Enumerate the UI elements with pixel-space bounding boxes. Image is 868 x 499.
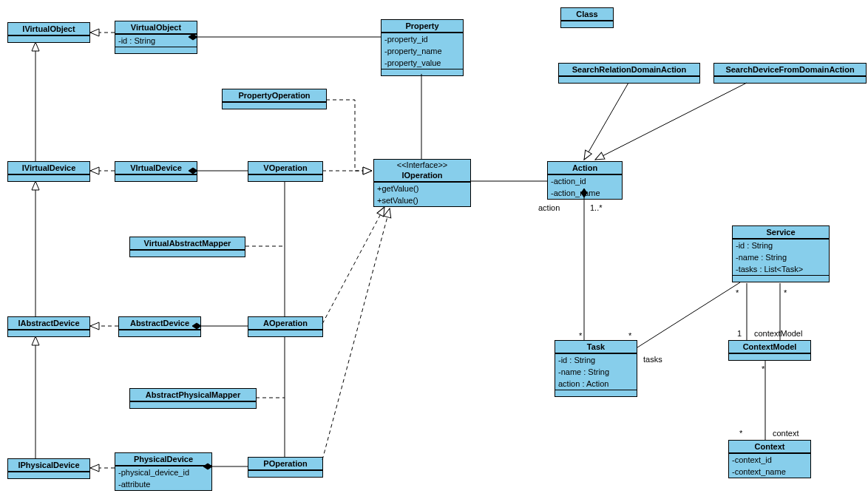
class-AbstractPhysicalMapper[interactable]: AbstractPhysicalMapper — [129, 388, 257, 409]
class-title: Class — [561, 8, 613, 21]
class-IOperation[interactable]: <<Interface>>IOperation+getValue()+setVa… — [373, 159, 471, 207]
class-attr: -context_name — [729, 466, 810, 478]
class-AOperation[interactable]: AOperation — [248, 316, 323, 337]
class-VirtualAbstractMapper[interactable]: VirtualAbstractMapper — [129, 237, 245, 257]
class-attr: -id : String — [115, 34, 197, 47]
class-title: AbstractDevice — [119, 317, 200, 330]
class-VIrtualDevice[interactable]: VIrtualDevice — [115, 161, 197, 182]
class-title: Action — [548, 162, 622, 174]
class-title: AOperation — [248, 317, 322, 330]
assoc-mult: * — [739, 429, 742, 438]
class-Class[interactable]: Class — [560, 7, 614, 28]
class-title: VOperation — [248, 162, 322, 174]
svg-line-20 — [584, 83, 628, 160]
class-title: AbstractPhysicalMapper — [130, 389, 256, 401]
class-title: IOperation — [374, 169, 470, 182]
class-Service[interactable]: Service-id : String-name : String-tasks … — [732, 225, 830, 282]
class-AbstractDevice[interactable]: AbstractDevice — [118, 316, 201, 337]
class-title: Context — [729, 441, 810, 453]
assoc-mult: 1..* — [590, 203, 603, 212]
class-title: Property — [382, 20, 463, 33]
class-IPhysicalDevice[interactable]: IPhysicalDevice — [7, 458, 90, 479]
class-Action[interactable]: Action-action_id-action_name — [547, 161, 623, 200]
class-title: IPhysicalDevice — [8, 459, 89, 472]
class-attr: -attribute — [115, 478, 211, 490]
assoc-label-contextModel: contextModel — [754, 329, 802, 338]
class-PropertyOperation[interactable]: PropertyOperation — [222, 89, 327, 109]
class-title: PhysicalDevice — [115, 453, 211, 466]
svg-line-21 — [595, 83, 747, 160]
class-title: IVirtualObject — [8, 23, 89, 35]
class-PhysicalDevice[interactable]: PhysicalDevice-physical_device_id-attrib… — [115, 452, 212, 491]
class-IVirtualObject[interactable]: IVirtualObject — [7, 22, 90, 43]
class-title: ContextModel — [729, 341, 810, 353]
class-title: IVirtualDevice — [8, 162, 89, 174]
svg-line-23 — [637, 282, 740, 347]
class-attr: -id : String — [733, 240, 829, 251]
class-ContextModel[interactable]: ContextModel — [728, 340, 811, 361]
class-attr: -name : String — [733, 251, 829, 263]
class-attr: -tasks : List<Task> — [733, 263, 829, 275]
class-attr: -id : String — [555, 354, 637, 366]
class-title: Service — [733, 226, 829, 239]
class-VirtualObject[interactable]: VirtualObject-id : String — [115, 21, 197, 54]
class-attr: -property_id — [382, 33, 463, 45]
svg-line-13 — [322, 207, 384, 324]
assoc-mult: * — [762, 364, 764, 373]
class-attr: -name : String — [555, 366, 637, 378]
class-attr: action : Action — [555, 378, 637, 390]
class-POperation[interactable]: POperation — [248, 457, 323, 478]
class-attr: -context_id — [729, 454, 810, 466]
class-attr: -property_value — [382, 57, 463, 69]
assoc-mult: 1 — [737, 329, 742, 338]
class-title: PropertyOperation — [223, 89, 326, 102]
class-title: SearchDeviceFromDomainAction — [714, 64, 866, 76]
assoc-mult: * — [736, 288, 739, 297]
assoc-mult: * — [628, 331, 631, 340]
class-attr: -action_id — [548, 175, 622, 187]
class-title: SearchRelationDomainAction — [559, 64, 699, 76]
class-IAbstractDevice[interactable]: IAbstractDevice — [7, 316, 90, 337]
class-SearchDeviceFromDomainAction[interactable]: SearchDeviceFromDomainAction — [713, 63, 867, 84]
class-title: VIrtualDevice — [115, 162, 197, 174]
class-VOperation[interactable]: VOperation — [248, 161, 323, 182]
class-title: VirtualObject — [115, 21, 197, 34]
assoc-mult: * — [784, 288, 787, 297]
class-IVirtualDevice[interactable]: IVirtualDevice — [7, 161, 90, 182]
class-stereotype: <<Interface>> — [374, 160, 470, 169]
class-Task[interactable]: Task-id : String-name : Stringaction : A… — [555, 340, 637, 397]
class-title: VirtualAbstractMapper — [130, 237, 245, 250]
class-attr: -action_name — [548, 187, 622, 199]
class-SearchRelationDomainAction[interactable]: SearchRelationDomainAction — [558, 63, 700, 84]
class-op: +getValue() — [374, 183, 470, 194]
class-title: POperation — [248, 458, 322, 470]
class-title: Task — [555, 341, 637, 353]
class-Context[interactable]: Context-context_id-context_name — [728, 440, 811, 478]
class-attr: -physical_device_id — [115, 466, 211, 478]
assoc-label-tasks: tasks — [643, 355, 662, 364]
assoc-mult: * — [579, 331, 582, 340]
assoc-label-action: action — [538, 203, 560, 212]
class-op: +setValue() — [374, 194, 470, 206]
svg-line-14 — [322, 208, 390, 460]
assoc-label-context: context — [773, 429, 799, 438]
class-title: IAbstractDevice — [8, 317, 89, 330]
class-Property[interactable]: Property-property_id-property_name-prope… — [381, 19, 464, 76]
class-attr: -property_name — [382, 45, 463, 57]
